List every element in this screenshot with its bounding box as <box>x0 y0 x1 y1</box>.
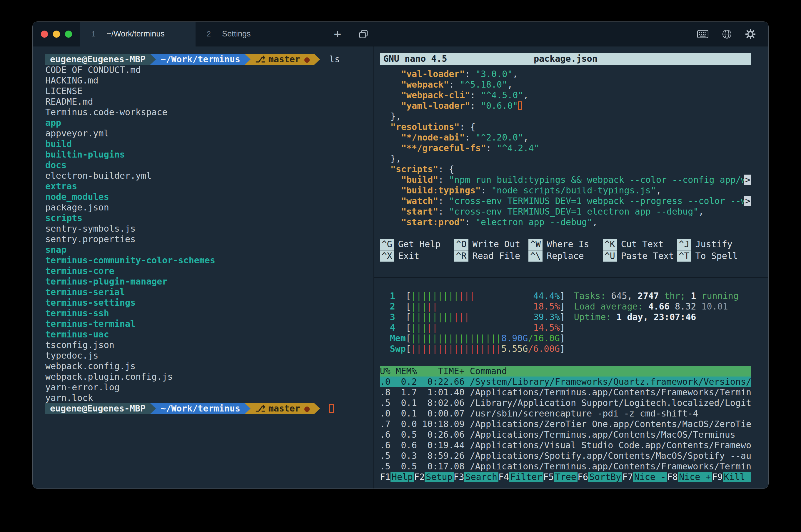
nano-shortcut[interactable]: ^UPaste Text <box>603 250 677 262</box>
shortcut-label: Justify <box>695 239 732 249</box>
nano-shortcut[interactable]: ^WWhere Is <box>528 239 603 250</box>
col-cpu: U% <box>380 366 391 377</box>
tab-settings[interactable]: 2 Settings <box>195 22 311 46</box>
nano-text-segment: , <box>592 217 597 227</box>
nano-shortcut[interactable]: ^KCut Text <box>603 239 677 250</box>
col-time: TIME+ <box>417 366 465 377</box>
nano-text-segment <box>380 143 401 153</box>
htop-fkey[interactable]: F2Setup <box>414 472 453 482</box>
process-row[interactable]: .60.50:26.06/Applications/Terminus.app/C… <box>380 430 751 440</box>
nano-shortcut[interactable]: ^GGet Help <box>380 239 454 250</box>
htop-fkey[interactable]: F9Kill <box>712 472 751 482</box>
file-entry: Terminus.code-workspace <box>45 107 373 118</box>
terminal-pane-htop[interactable]: 1[||||||||||||44.4%]2[|||||18.5%]3[|||||… <box>374 277 768 489</box>
terminal-pane-shell[interactable]: eugene@Eugenes-MBP ~/Work/terminus ⎇mast… <box>33 46 373 489</box>
shortcut-label: Replace <box>547 251 584 261</box>
settings-gear-icon[interactable] <box>745 29 756 39</box>
shortcut-label: Read File <box>472 251 520 261</box>
file-entry: CODE_OF_CONDUCT.md <box>45 65 373 75</box>
directory-entry: docs <box>45 160 373 170</box>
nano-text-segment: "3.0.0" <box>476 69 513 79</box>
nano-shortcut[interactable]: ^\Replace <box>528 250 603 262</box>
nano-text-segment <box>380 206 401 216</box>
nano-shortcut[interactable]: ^XExit <box>380 250 454 262</box>
tab-terminal[interactable]: 1 ~/Work/terminus <box>80 22 195 46</box>
nano-line: "resolutions": { <box>380 122 751 132</box>
terminal-pane-nano[interactable]: package.json GNU nano 4.5 "val-loader": … <box>374 46 768 277</box>
htop-fkey[interactable]: F4Filter <box>499 472 543 482</box>
nano-shortcut[interactable]: ^TTo Spell <box>677 250 751 262</box>
htop-fkey[interactable]: F1Help <box>380 472 414 482</box>
file-entry: webpack.config.js <box>45 361 373 372</box>
process-row[interactable]: .81.71:01.40/Applications/Terminus.app/C… <box>380 387 751 398</box>
duplicate-tab-icon[interactable] <box>358 29 369 39</box>
directory-entry: node_modules <box>45 192 373 202</box>
htop-meter: 4[|||||14.5%] <box>390 322 565 333</box>
nano-text-segment: "webpack" <box>401 79 449 90</box>
htop-meter: 2[|||||18.5%] <box>390 301 565 312</box>
shortcut-label: Paste Text <box>621 251 674 261</box>
htop-fkey[interactable]: F7Nice - <box>622 472 667 482</box>
line-truncated-indicator: > <box>744 175 751 185</box>
nano-text-segment: "**/graceful-fs" <box>401 143 486 153</box>
branch-name: master <box>268 403 300 414</box>
nano-text-segment: : { <box>460 122 476 132</box>
process-table-header[interactable]: U% MEM% TIME+ Command <box>380 366 751 377</box>
process-row[interactable]: .00.20:22.66/System/Library/Frameworks/Q… <box>380 377 751 387</box>
nano-line: "webpack-cli": "^4.5.0", <box>380 90 751 100</box>
nano-version: GNU nano 4.5 <box>380 54 447 64</box>
nano-text-segment: : <box>470 90 481 100</box>
shortcut-key: ^K <box>603 239 617 250</box>
nano-text-segment: "yaml-loader" <box>401 100 470 111</box>
nano-text-segment: "build:typings" <box>401 185 481 195</box>
file-entry: package.json <box>45 202 373 213</box>
nano-text-segment <box>380 217 401 227</box>
tab-bar: 1 ~/Work/terminus 2 Settings + <box>33 22 768 46</box>
htop-fkey[interactable]: F6SortBy <box>578 472 622 482</box>
htop-fkey[interactable]: F5Tree <box>543 472 578 482</box>
nano-text-segment <box>380 90 401 100</box>
shortcut-label: Get Help <box>398 239 441 249</box>
shortcut-key: ^J <box>677 239 691 250</box>
process-row[interactable]: .50.50:17.08/Applications/Terminus.app/C… <box>380 461 751 472</box>
process-row[interactable]: .50.38:59.26/Applications/Spotify.app/Co… <box>380 451 751 461</box>
htop-function-key-bar: F1HelpF2SetupF3SearchF4FilterF5TreeF6Sor… <box>380 472 751 482</box>
dirty-dot-icon: ● <box>304 54 310 65</box>
fkey-label: Kill <box>723 472 751 482</box>
process-row[interactable]: .60.60:19.44/Applications/Visual Studio … <box>380 440 751 451</box>
directory-entry: terminus-plugin-manager <box>45 276 373 287</box>
fkey-number: F7 <box>622 472 633 482</box>
nano-shortcut[interactable]: ^RRead File <box>454 250 528 262</box>
shortcut-key: ^X <box>380 250 394 262</box>
nano-shortcut[interactable]: ^JJustify <box>677 239 751 250</box>
close-icon[interactable] <box>41 31 48 38</box>
nano-line: "start": "cross-env TERMINUS_DEV=1 elect… <box>380 206 751 217</box>
process-rows: .00.20:22.66/System/Library/Frameworks/Q… <box>380 377 751 472</box>
keyboard-icon[interactable] <box>697 30 708 38</box>
shortcut-key: ^G <box>380 239 394 250</box>
htop-process-table: U% MEM% TIME+ Command .00.20:22.66/Syste… <box>380 366 751 482</box>
file-entry: typedoc.js <box>45 350 373 361</box>
nano-text-segment: , <box>656 185 661 195</box>
process-row[interactable]: .50.18:02.06/Library/Application Support… <box>380 398 751 408</box>
globe-icon[interactable] <box>722 29 732 39</box>
powerline-separator-icon <box>314 403 320 414</box>
htop-meter: 3[|||||||||||39.3%] <box>390 312 565 322</box>
nano-line: "build": "npm run build:typings && webpa… <box>380 175 751 185</box>
process-row[interactable]: .00.10:00.07/usr/sbin/screencapture -pdi… <box>380 408 751 419</box>
new-tab-button[interactable]: + <box>334 27 341 41</box>
zoom-icon[interactable] <box>65 31 72 38</box>
process-row[interactable]: .70.010:18.09/Applications/ZeroTier One.… <box>380 419 751 430</box>
nano-text-segment: "start:prod" <box>401 217 465 227</box>
powerline-separator-icon <box>150 54 156 65</box>
shortcut-key: ^R <box>454 250 468 262</box>
htop-meter: 1[||||||||||||44.4%] <box>390 291 565 301</box>
nano-text-segment: "electron app --debug" <box>476 217 592 227</box>
nano-text-segment: : <box>465 132 476 142</box>
nano-shortcut[interactable]: ^OWrite Out <box>454 239 528 250</box>
minimize-icon[interactable] <box>53 31 60 38</box>
prompt-git-segment: ⎇master● <box>250 54 314 65</box>
htop-fkey[interactable]: F8Nice + <box>667 472 712 482</box>
htop-fkey[interactable]: F3Search <box>454 472 499 482</box>
fkey-label: SortBy <box>588 472 622 482</box>
